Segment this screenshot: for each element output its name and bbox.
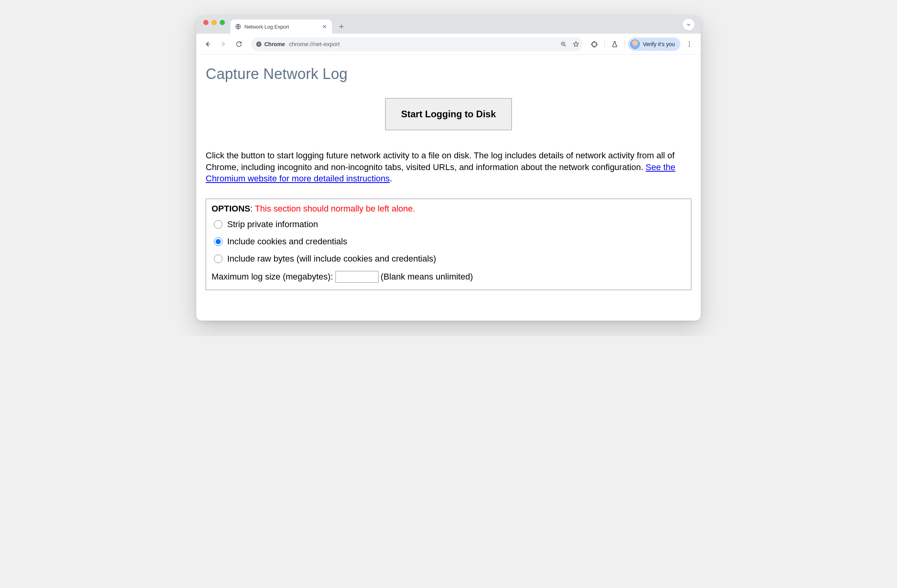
window-controls [200, 20, 228, 30]
toolbar-divider [624, 40, 625, 48]
close-tab-icon[interactable] [322, 24, 327, 29]
max-size-input[interactable] [335, 271, 379, 283]
page-title: Capture Network Log [206, 66, 691, 82]
maximize-window-button[interactable] [220, 20, 225, 25]
radio-strip-private[interactable]: Strip private information [214, 219, 685, 229]
radio-include-raw-bytes[interactable]: Include raw bytes (will include cookies … [214, 254, 685, 264]
options-warning: This section should normally be left alo… [255, 204, 415, 213]
browser-window: Network Log Export [196, 16, 701, 321]
options-section: OPTIONS: This section should normally be… [206, 199, 691, 290]
svg-point-7 [689, 45, 690, 47]
tab-search-button[interactable] [683, 19, 694, 30]
verify-label: Verify it's you [643, 41, 675, 47]
verify-identity-chip[interactable]: Verify it's you [628, 38, 680, 51]
avatar-icon [630, 39, 640, 49]
radio-label: Strip private information [227, 219, 318, 229]
close-window-button[interactable] [203, 20, 208, 25]
radio-label: Include cookies and credentials [227, 237, 347, 247]
max-log-size-row: Maximum log size (megabytes): (Blank mea… [212, 271, 685, 283]
address-bar[interactable]: Chrome chrome://net-export [251, 37, 583, 51]
forward-button[interactable] [217, 38, 230, 51]
options-header: OPTIONS: This section should normally be… [212, 204, 685, 214]
back-button[interactable] [201, 38, 214, 51]
capture-mode-radios: Strip private information Include cookie… [212, 219, 685, 264]
radio-input[interactable] [214, 237, 222, 246]
svg-point-5 [689, 41, 690, 43]
site-chip-label: Chrome [264, 41, 285, 47]
description-pre: Click the button to start logging future… [206, 151, 675, 172]
svg-point-6 [689, 43, 690, 45]
svg-point-3 [258, 43, 260, 45]
radio-input[interactable] [214, 255, 222, 263]
globe-icon [235, 23, 241, 30]
page-content: Capture Network Log Start Logging to Dis… [196, 55, 701, 321]
max-size-hint: (Blank means unlimited) [381, 272, 473, 282]
tab-strip: Network Log Export [196, 16, 701, 34]
url-text: chrome://net-export [289, 41, 340, 47]
app-menu-button[interactable] [683, 38, 696, 51]
chrome-icon [256, 41, 262, 47]
description-text: Click the button to start logging future… [206, 150, 691, 185]
radio-label: Include raw bytes (will include cookies … [227, 254, 436, 264]
zoom-icon[interactable] [560, 41, 567, 48]
labs-button[interactable] [608, 38, 621, 51]
browser-tab[interactable]: Network Log Export [230, 20, 332, 34]
reload-button[interactable] [232, 38, 246, 51]
new-tab-button[interactable] [336, 21, 347, 32]
radio-include-cookies[interactable]: Include cookies and credentials [214, 237, 685, 247]
browser-toolbar: Chrome chrome://net-export [196, 34, 701, 55]
tab-title: Network Log Export [244, 24, 319, 30]
site-chip: Chrome [256, 41, 285, 47]
toolbar-divider [605, 40, 605, 48]
minimize-window-button[interactable] [212, 20, 217, 25]
extensions-button[interactable] [588, 38, 601, 51]
radio-input[interactable] [214, 220, 222, 229]
description-post: . [390, 174, 392, 183]
start-logging-button[interactable]: Start Logging to Disk [385, 98, 512, 130]
bookmark-star-icon[interactable] [572, 41, 579, 48]
max-size-label: Maximum log size (megabytes): [212, 272, 333, 282]
options-label: OPTIONS [212, 204, 250, 213]
